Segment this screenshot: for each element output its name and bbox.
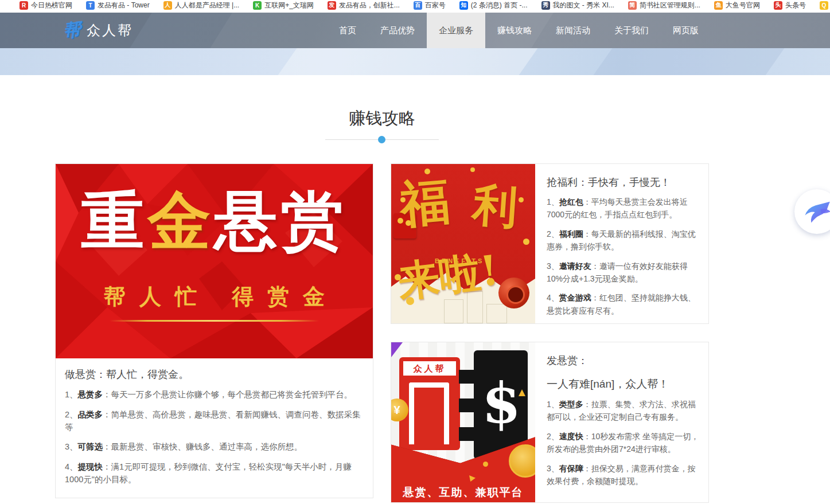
bookmark-label: 简书社区管理规则... xyxy=(640,1,700,10)
item-number: 2、 xyxy=(65,410,78,419)
item-label: 赏金游戏 xyxy=(559,293,591,302)
card-text-block: 做悬赏：帮人忙，得赏金。 1、悬赏多：每天一万多个悬赏让你赚个够，每个悬赏都已将… xyxy=(56,358,373,498)
bookmark-favicon-icon: Q xyxy=(820,1,828,10)
bookmark-item[interactable]: T 发品有品 - Tower xyxy=(86,1,150,10)
bookmark-item[interactable]: 鱼 大鱼号官网 xyxy=(714,1,760,10)
bookmark-item[interactable]: 简 简书社区管理规则... xyxy=(628,1,700,10)
bookmark-favicon-icon: T xyxy=(86,1,95,10)
list-item: 1、悬赏多：每天一万多个悬赏让你赚个够，每个悬赏都已将赏金托管到平台。 xyxy=(65,389,364,401)
bookmark-item[interactable]: 百 百家号 xyxy=(414,1,446,10)
coin-icon xyxy=(470,167,475,172)
bookmark-label: 我的图文 - 秀米 XI... xyxy=(553,1,614,10)
white-gate-shape xyxy=(409,382,449,444)
item-label: 有保障 xyxy=(559,464,583,473)
item-label: 悬赏多 xyxy=(78,390,103,399)
bookmark-item[interactable]: K 互联网+_文瑞网 xyxy=(253,1,314,10)
poster-bottom-banner: 悬赏、互助、兼职平台 xyxy=(391,482,535,502)
bookmark-label: 发品有品，创新社... xyxy=(339,1,400,10)
item-text: ：满1元即可提现，秒到微信、支付宝，轻松实现"每天半小时，月赚1000元"的小目… xyxy=(65,462,352,484)
item-text: ：每天一万多个悬赏让你赚个够，每个悬赏都已将赏金托管到平台。 xyxy=(103,390,352,399)
list-item: 3、有保障：担保交易，满意再付赏金，按效果付费，余额随时提现。 xyxy=(547,462,699,488)
bookmark-label: 头条号 xyxy=(785,1,806,10)
bookmark-item[interactable]: 头 头条号 xyxy=(774,1,806,10)
nav-item-about-us[interactable]: 关于我们 xyxy=(602,13,661,48)
nav-item-home[interactable]: 首页 xyxy=(327,13,368,48)
item-label: 可筛选 xyxy=(78,442,103,451)
nav-item-web-version[interactable]: 网页版 xyxy=(661,13,711,48)
bookmark-item[interactable]: R 今日热榜官网 xyxy=(20,1,72,10)
bookmark-item[interactable]: 知 (2 条消息) 首页 -... xyxy=(459,1,528,10)
item-label: 提现快 xyxy=(78,462,103,471)
page-content: 赚钱攻略 xyxy=(0,107,830,503)
card-text-block: 发悬赏： 一人有难[nán]，众人帮！ 1、类型多：拉票、集赞、求方法、求祝福都… xyxy=(535,342,708,502)
bookmark-item[interactable]: Q 腾... xyxy=(820,1,830,10)
item-number: 1、 xyxy=(65,390,78,399)
item-label: 速度快 xyxy=(559,432,583,441)
card-do-bounty: 重金悬赏 帮人忙 得赏金 做悬赏：帮人忙，得赏金。 1、悬赏多：每天一万多个悬赏… xyxy=(55,163,373,498)
bookmark-favicon-icon: 人 xyxy=(163,1,172,10)
bookmark-item[interactable]: 人 人人都是产品经理 |... xyxy=(163,1,239,10)
black-zhuan-glyph: $ xyxy=(459,350,528,459)
item-number: 1、 xyxy=(547,400,559,409)
title-divider xyxy=(325,139,439,146)
banner-decor-shape xyxy=(588,48,788,75)
card-heading: 做悬赏：帮人忙，得赏金。 xyxy=(65,368,364,381)
bookmark-label: 今日热榜官网 xyxy=(31,1,72,10)
reward-poster-image: 重金悬赏 帮人忙 得赏金 xyxy=(56,164,373,358)
list-item: 3、邀请好友：邀请一位有效好友能获得10%分成+1.3元现金奖励。 xyxy=(547,260,699,286)
right-column: 福 利 BENEFITS 来啦! 抢福利：手快有，手慢无！ 1、抢红包：平均每天… xyxy=(391,163,709,503)
list-item: 2、福利圈：每天最新的福利线报、淘宝优惠券，撸到你手软。 xyxy=(547,228,699,253)
brand-logo-text: 众人帮 xyxy=(87,21,133,40)
hummingbird-download-icon xyxy=(802,197,830,226)
item-label: 品类多 xyxy=(78,410,103,419)
poster-char: 悬 xyxy=(215,183,281,257)
bookmark-label: 互联网+_文瑞网 xyxy=(264,1,314,10)
card-heading: 发悬赏： xyxy=(547,354,699,368)
bookmark-favicon-icon: 百 xyxy=(414,1,422,10)
card-post-bounty: 众人帮 $ ¥ xyxy=(391,342,709,503)
page-title: 赚钱攻略 xyxy=(55,107,709,130)
brand-logo-icon: 帮 xyxy=(62,17,82,43)
coin-icon xyxy=(523,239,529,245)
download-assistant-widget[interactable] xyxy=(794,189,830,234)
poster-subtitle: 帮人忙 得赏金 xyxy=(56,282,373,311)
cards-row: 重金悬赏 帮人忙 得赏金 做悬赏：帮人忙，得赏金。 1、悬赏多：每天一万多个悬赏… xyxy=(55,163,709,503)
browser-bookmarks-bar: R 今日热榜官网 T 发品有品 - Tower 人 人人都是产品经理 |... … xyxy=(0,0,830,13)
poster-word-li: 利 xyxy=(470,175,519,238)
poster-benefits-text: BENEFITS xyxy=(435,257,484,264)
poster-logo-text: 众人帮 xyxy=(403,361,456,376)
benefits-poster-image: 福 利 BENEFITS 来啦! xyxy=(391,164,535,323)
list-item: 1、抢红包：平均每天悬赏主会发出将近7000元的红包，手指点点红包到手。 xyxy=(547,196,699,221)
list-item: 2、品类多：简单悬赏、高价悬赏，趣味悬赏、看新闻赚钱、调查问卷、数据采集等 xyxy=(65,409,364,434)
bookmark-item[interactable]: 秀 我的图文 - 秀米 XI... xyxy=(541,1,614,10)
bookmark-item[interactable]: 发 发品有品，创新社... xyxy=(328,1,400,10)
item-number: 1、 xyxy=(547,197,559,206)
site-navbar: 帮 众人帮 首页 产品优势 企业服务 赚钱攻略 新闻活动 关于我们 网页版 xyxy=(0,13,830,48)
site-logo[interactable]: 帮 众人帮 xyxy=(63,13,133,48)
bookmark-label: 人人都是产品经理 |... xyxy=(175,1,239,10)
list-item: 2、速度快：10秒发布需求 坐等搞定一切，所发布的悬赏由外团7*24进行审核。 xyxy=(547,430,699,456)
bookmark-label: 发品有品 - Tower xyxy=(98,1,150,10)
nav-item-enterprise-service[interactable]: 企业服务 xyxy=(427,13,485,48)
platform-poster-image: 众人帮 $ ¥ xyxy=(391,342,535,502)
title-dot-icon xyxy=(378,136,385,143)
bookmark-label: 百家号 xyxy=(425,1,446,10)
nav-menu: 首页 产品优势 企业服务 赚钱攻略 新闻活动 关于我们 网页版 xyxy=(327,13,711,48)
item-label: 邀请好友 xyxy=(559,261,591,271)
bookmark-favicon-icon: 头 xyxy=(774,1,782,10)
nav-item-news[interactable]: 新闻活动 xyxy=(544,13,602,48)
poster-word-fu: 福 xyxy=(398,167,453,239)
content-container: 赚钱攻略 xyxy=(55,107,709,503)
item-number: 3、 xyxy=(547,464,559,473)
bookmark-label: (2 条消息) 首页 -... xyxy=(471,1,528,10)
bookmark-favicon-icon: K xyxy=(253,1,262,10)
card-subheading: 一人有难[nán]，众人帮！ xyxy=(547,377,699,392)
item-label: 类型多 xyxy=(559,400,583,409)
black-glyph-stroke xyxy=(459,398,478,412)
nav-item-product-advantage[interactable]: 产品优势 xyxy=(368,13,427,48)
list-item: 4、提现快：满1元即可提现，秒到微信、支付宝，轻松实现"每天半小时，月赚1000… xyxy=(65,461,364,486)
poster-char: 重 xyxy=(81,183,148,257)
nav-item-money-guide[interactable]: 赚钱攻略 xyxy=(485,13,544,48)
red-lantern-icon xyxy=(498,278,529,308)
black-glyph-stroke xyxy=(459,427,478,441)
